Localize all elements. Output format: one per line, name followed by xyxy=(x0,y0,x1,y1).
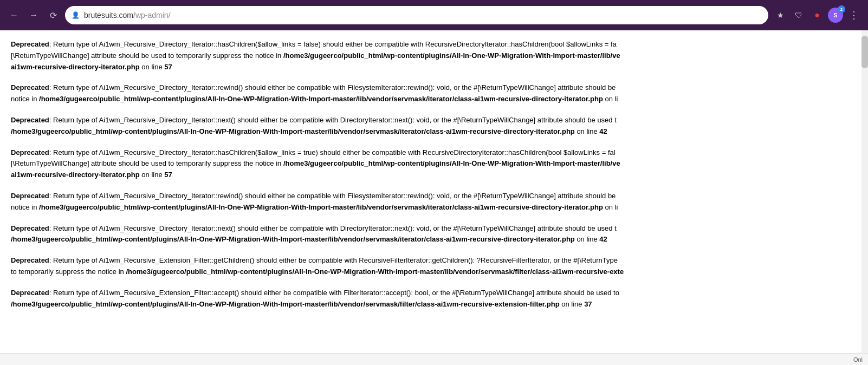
forward-button[interactable]: → xyxy=(26,8,41,23)
deprecated-block-8: Deprecated: Return type of Ai1wm_Recursi… xyxy=(11,288,857,310)
deprecated-block-6: Deprecated: Return type of Ai1wm_Recursi… xyxy=(11,223,857,246)
filepath-5: /home3/gugeerco/public_html/wp-content/p… xyxy=(39,203,603,211)
deprecated-block-2: Deprecated: Return type of Ai1wm_Recursi… xyxy=(11,82,857,105)
deprecated-text-7a: Deprecated: Return type of Ai1wm_Recursi… xyxy=(11,255,857,278)
deprecated-block-3: Deprecated: Return type of Ai1wm_Recursi… xyxy=(11,115,857,138)
address-path: /wp-admin/ xyxy=(133,11,170,19)
keyword-1: Deprecated xyxy=(11,40,49,48)
keyword-5: Deprecated xyxy=(11,192,49,200)
keyword-3: Deprecated xyxy=(11,116,49,124)
address-text: brutesuits.com/wp-admin/ xyxy=(84,11,762,19)
deprecated-text-1a: Deprecated: Return type of Ai1wm_Recursi… xyxy=(11,39,857,73)
extension-button[interactable]: ● xyxy=(809,8,825,23)
deprecated-text-2a: Deprecated: Return type of Ai1wm_Recursi… xyxy=(11,82,857,105)
deprecated-text-3a: Deprecated: Return type of Ai1wm_Recursi… xyxy=(11,115,857,138)
deprecated-text-8a: Deprecated: Return type of Ai1wm_Recursi… xyxy=(11,288,857,310)
deprecated-text-4a: Deprecated: Return type of Ai1wm_Recursi… xyxy=(11,147,857,181)
keyword-4: Deprecated xyxy=(11,148,49,157)
page-content: Deprecated: Return type of Ai1wm_Recursi… xyxy=(0,30,868,328)
profile-badge[interactable]: S 2 xyxy=(828,8,843,23)
menu-button[interactable]: ⋮ xyxy=(846,8,861,23)
keyword-7: Deprecated xyxy=(11,256,49,264)
deprecated-text-5a: Deprecated: Return type of Ai1wm_Recursi… xyxy=(11,191,857,213)
filepath-8: /home3/gugeerco/public_html/wp-content/p… xyxy=(11,300,560,308)
deprecated-block-1: Deprecated: Return type of Ai1wm_Recursi… xyxy=(11,39,857,73)
deprecated-block-7: Deprecated: Return type of Ai1wm_Recursi… xyxy=(11,255,857,278)
filepath-6: /home3/gugeerco/public_html/wp-content/p… xyxy=(11,235,575,243)
profile-initial: S xyxy=(833,12,837,18)
scrollbar-thumb[interactable] xyxy=(861,36,868,68)
scrollbar[interactable] xyxy=(861,30,868,328)
filepath-1a: /home3/gugeerco/public_html/wp-content/p… xyxy=(283,51,620,60)
bookmark-button[interactable]: ★ xyxy=(773,8,788,23)
filepath-1b: ai1wm-recursive-directory-iterator.php xyxy=(11,63,140,71)
profile-badge-count: 2 xyxy=(838,5,845,13)
lock-icon: 👤 xyxy=(72,11,80,19)
browser-actions: ★ 🛡 ● S 2 ⋮ xyxy=(773,8,861,23)
address-bar[interactable]: 👤 brutesuits.com/wp-admin/ xyxy=(65,6,768,24)
address-domain: brutesuits.com xyxy=(84,11,133,19)
browser-chrome: ← → ⟳ 👤 brutesuits.com/wp-admin/ ★ 🛡 ● S… xyxy=(0,0,868,30)
deprecated-block-5: Deprecated: Return type of Ai1wm_Recursi… xyxy=(11,191,857,213)
filepath-7: /home3/gugeerco/public_html/wp-content/p… xyxy=(126,268,624,276)
refresh-button[interactable]: ⟳ xyxy=(46,8,61,23)
deprecated-text-6a: Deprecated: Return type of Ai1wm_Recursi… xyxy=(11,223,857,246)
filepath-4a: /home3/gugeerco/public_html/wp-content/p… xyxy=(283,159,620,167)
filepath-4b: ai1wm-recursive-directory-iterator.php xyxy=(11,171,140,179)
back-button[interactable]: ← xyxy=(7,8,22,23)
filepath-3: /home3/gugeerco/public_html/wp-content/p… xyxy=(11,127,575,135)
shield-button[interactable]: 🛡 xyxy=(791,8,806,23)
filepath-2: /home3/gugeerco/public_html/wp-content/p… xyxy=(39,95,603,103)
keyword-2: Deprecated xyxy=(11,83,49,92)
keyword-6: Deprecated xyxy=(11,224,49,232)
keyword-8: Deprecated xyxy=(11,289,49,297)
deprecated-block-4: Deprecated: Return type of Ai1wm_Recursi… xyxy=(11,147,857,181)
